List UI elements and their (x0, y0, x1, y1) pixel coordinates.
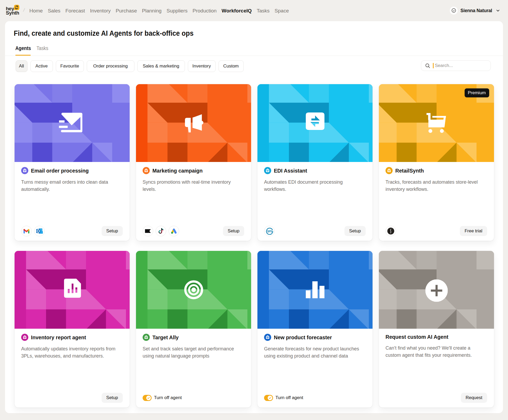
svg-text:SPS: SPS (267, 230, 272, 233)
